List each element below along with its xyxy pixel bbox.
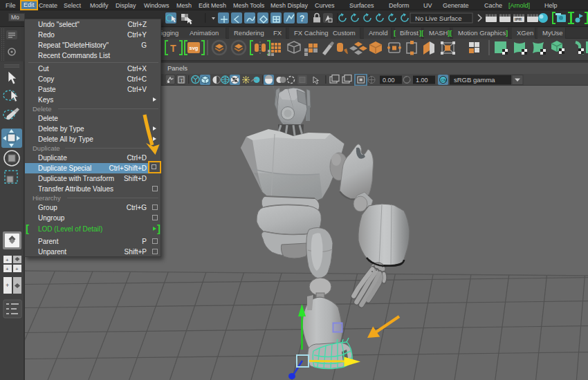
svg-text:IPR: IPR bbox=[515, 17, 522, 21]
svg-text:svg: svg bbox=[190, 45, 199, 51]
svg-text:CM: CM bbox=[441, 78, 447, 82]
svg-text:+: + bbox=[6, 282, 9, 289]
svg-text:+: + bbox=[6, 266, 9, 272]
svg-text:+: + bbox=[6, 257, 9, 263]
svg-text:0.00: 0.00 bbox=[383, 77, 395, 84]
svg-text:sRGB gamma: sRGB gamma bbox=[454, 76, 495, 84]
svg-text:?: ? bbox=[300, 14, 304, 23]
svg-text:1.00: 1.00 bbox=[416, 77, 428, 84]
svg-text:+: + bbox=[15, 266, 19, 272]
svg-text:T: T bbox=[170, 43, 176, 54]
svg-text:No Live Surface: No Live Surface bbox=[415, 15, 462, 22]
svg-text:T: T bbox=[180, 77, 183, 84]
